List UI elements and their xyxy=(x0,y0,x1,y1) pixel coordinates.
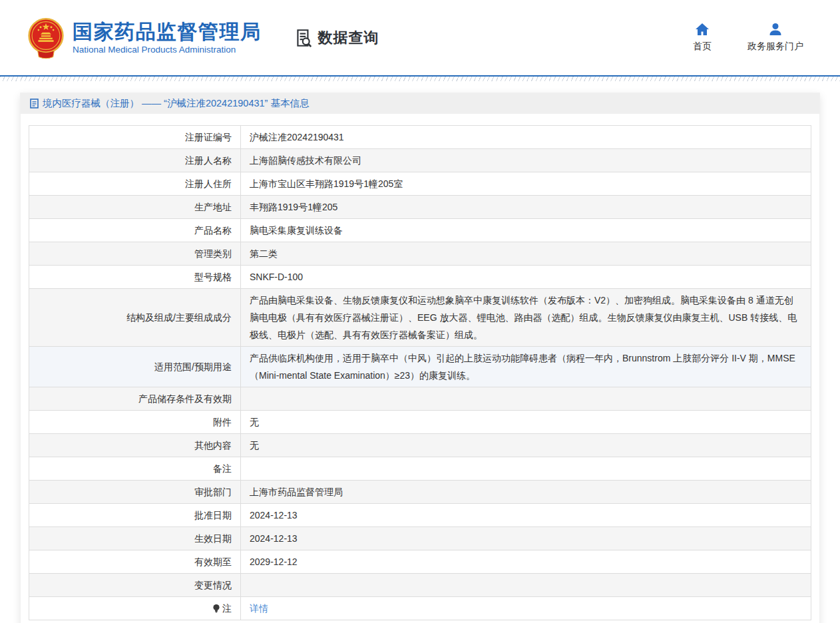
brand-title: 国家药品监督管理局 xyxy=(73,21,262,43)
table-row: 其他内容无 xyxy=(29,434,811,457)
table-row: 适用范围/预期用途产品供临床机构使用，适用于脑卒中（中风）引起的上肢运动功能障碍… xyxy=(29,347,811,387)
row-value: 上海市药品监督管理局 xyxy=(250,487,343,497)
user-icon xyxy=(768,23,783,36)
row-label: 审批部门 xyxy=(194,487,232,497)
brand: 国家药品监督管理局 National Medical Products Admi… xyxy=(73,21,262,55)
info-table: 注册证编号沪械注准20242190431注册人名称上海韶脑传感技术有限公司注册人… xyxy=(29,125,811,620)
row-value: 脑电采集康复训练设备 xyxy=(250,225,343,236)
row-value: 第二类 xyxy=(250,248,278,259)
table-row: 注册人名称上海韶脑传感技术有限公司 xyxy=(29,149,811,172)
row-label: 生产地址 xyxy=(194,202,232,212)
row-value: 无 xyxy=(250,440,259,451)
row-value-cell: 上海市药品监督管理局 xyxy=(241,481,811,504)
home-icon xyxy=(695,23,710,36)
row-label-cell: 附件 xyxy=(29,411,241,434)
row-value-cell xyxy=(241,457,811,481)
table-row: 管理类别第二类 xyxy=(29,242,811,266)
row-label: 结构及组成/主要组成成分 xyxy=(126,312,232,323)
info-table-body: 注册证编号沪械注准20242190431注册人名称上海韶脑传感技术有限公司注册人… xyxy=(29,126,811,620)
table-row: 生产地址丰翔路1919号1幢205 xyxy=(29,196,811,219)
row-label-cell: 注 xyxy=(29,597,241,620)
row-label-cell: 生效日期 xyxy=(29,527,241,550)
row-value-cell: 产品由脑电采集设备、生物反馈康复仪和运动想象脑卒中康复训练软件（发布版本：V2）… xyxy=(241,289,811,347)
row-label: 适用范围/预期用途 xyxy=(154,361,232,372)
row-label-cell: 备注 xyxy=(29,457,241,481)
table-wrap: 注册证编号沪械注准20242190431注册人名称上海韶脑传感技术有限公司注册人… xyxy=(21,114,819,623)
content-panel: 境内医疗器械（注册） —— “沪械注准20242190431” 基本信息 注册证… xyxy=(20,93,820,623)
row-label: 附件 xyxy=(213,417,232,427)
row-value: SNKF-D-100 xyxy=(250,272,303,282)
row-value-cell: 上海市宝山区丰翔路1919号1幢205室 xyxy=(241,172,811,196)
nav-portal-label: 政务服务门户 xyxy=(747,41,803,53)
row-label-cell: 变更情况 xyxy=(29,574,241,597)
row-label-cell: 注册人名称 xyxy=(29,149,241,172)
data-query-icon xyxy=(294,28,314,48)
nav-home[interactable]: 首页 xyxy=(686,23,718,53)
row-value-cell xyxy=(241,574,811,597)
nav-home-label: 首页 xyxy=(693,41,712,53)
table-row: 型号规格SNKF-D-100 xyxy=(29,266,811,289)
row-label: 注册人名称 xyxy=(185,155,232,166)
header-nav: 首页 政务服务门户 xyxy=(686,23,803,53)
nmpa-emblem-logo xyxy=(27,17,65,60)
row-value-cell: 无 xyxy=(241,411,811,434)
data-query-section[interactable]: 数据查询 xyxy=(294,28,379,48)
row-label-cell: 型号规格 xyxy=(29,266,241,289)
document-icon xyxy=(30,99,39,108)
row-label: 注 xyxy=(222,603,232,614)
table-row: 结构及组成/主要组成成分产品由脑电采集设备、生物反馈康复仪和运动想象脑卒中康复训… xyxy=(29,289,811,347)
table-row: 生效日期2024-12-13 xyxy=(29,527,811,550)
row-label-cell: 有效期至 xyxy=(29,550,241,574)
row-value-cell: 第二类 xyxy=(241,242,811,266)
row-label-cell: 批准日期 xyxy=(29,504,241,527)
row-label: 注册人住所 xyxy=(185,178,232,189)
detail-link[interactable]: 详情 xyxy=(250,603,268,614)
row-value: 产品供临床机构使用，适用于脑卒中（中风）引起的上肢运动功能障碍患者（病程一年内，… xyxy=(250,353,795,381)
row-label: 批准日期 xyxy=(194,510,232,520)
row-value-cell: 2029-12-12 xyxy=(241,550,811,574)
row-value-cell: 产品供临床机构使用，适用于脑卒中（中风）引起的上肢运动功能障碍患者（病程一年内，… xyxy=(241,347,811,387)
row-value-cell: 上海韶脑传感技术有限公司 xyxy=(241,149,811,172)
row-label-cell: 注册证编号 xyxy=(29,126,241,149)
row-value-cell: 沪械注准20242190431 xyxy=(241,126,811,149)
row-value: 丰翔路1919号1幢205 xyxy=(250,202,337,212)
table-row: 注册证编号沪械注准20242190431 xyxy=(29,126,811,149)
page-title: 境内医疗器械（注册） —— “沪械注准20242190431” 基本信息 xyxy=(43,97,309,110)
row-value: 产品由脑电采集设备、生物反馈康复仪和运动想象脑卒中康复训练软件（发布版本：V2）… xyxy=(250,295,797,340)
row-label: 型号规格 xyxy=(194,272,232,282)
header-divider-hatch xyxy=(0,77,840,81)
page-title-bar: 境内医疗器械（注册） —— “沪械注准20242190431” 基本信息 xyxy=(21,93,819,114)
row-value-cell: 2024-12-13 xyxy=(241,504,811,527)
row-label: 变更情况 xyxy=(194,580,232,590)
row-value-cell: 无 xyxy=(241,434,811,457)
row-value: 上海韶脑传感技术有限公司 xyxy=(250,155,361,166)
row-label: 注册证编号 xyxy=(185,132,232,142)
table-row: 变更情况 xyxy=(29,574,811,597)
table-row: 有效期至2029-12-12 xyxy=(29,550,811,574)
brand-subtitle: National Medical Products Administration xyxy=(73,45,262,55)
table-row: 附件无 xyxy=(29,411,811,434)
row-label-cell: 管理类别 xyxy=(29,242,241,266)
table-row: 注详情 xyxy=(29,597,811,620)
row-label-cell: 注册人住所 xyxy=(29,172,241,196)
nav-portal[interactable]: 政务服务门户 xyxy=(747,23,803,53)
row-value-cell: 丰翔路1919号1幢205 xyxy=(241,196,811,219)
row-value: 2024-12-13 xyxy=(250,510,298,520)
row-label-cell: 审批部门 xyxy=(29,481,241,504)
row-value-cell: SNKF-D-100 xyxy=(241,266,811,289)
row-value: 沪械注准20242190431 xyxy=(250,132,344,142)
row-label-cell: 产品储存条件及有效期 xyxy=(29,387,241,411)
row-label: 产品名称 xyxy=(194,225,232,236)
data-query-label: 数据查询 xyxy=(318,28,379,48)
row-label: 生效日期 xyxy=(194,533,232,544)
row-value-cell: 脑电采集康复训练设备 xyxy=(241,219,811,242)
row-label-cell: 适用范围/预期用途 xyxy=(29,347,241,387)
row-value: 2024-12-13 xyxy=(250,533,298,544)
row-value: 无 xyxy=(250,417,259,427)
row-value-cell: 详情 xyxy=(241,597,811,620)
row-label: 管理类别 xyxy=(194,248,232,259)
row-label-cell: 生产地址 xyxy=(29,196,241,219)
table-row: 备注 xyxy=(29,457,811,481)
table-row: 产品名称脑电采集康复训练设备 xyxy=(29,219,811,242)
row-value: 上海市宝山区丰翔路1919号1幢205室 xyxy=(250,178,403,189)
